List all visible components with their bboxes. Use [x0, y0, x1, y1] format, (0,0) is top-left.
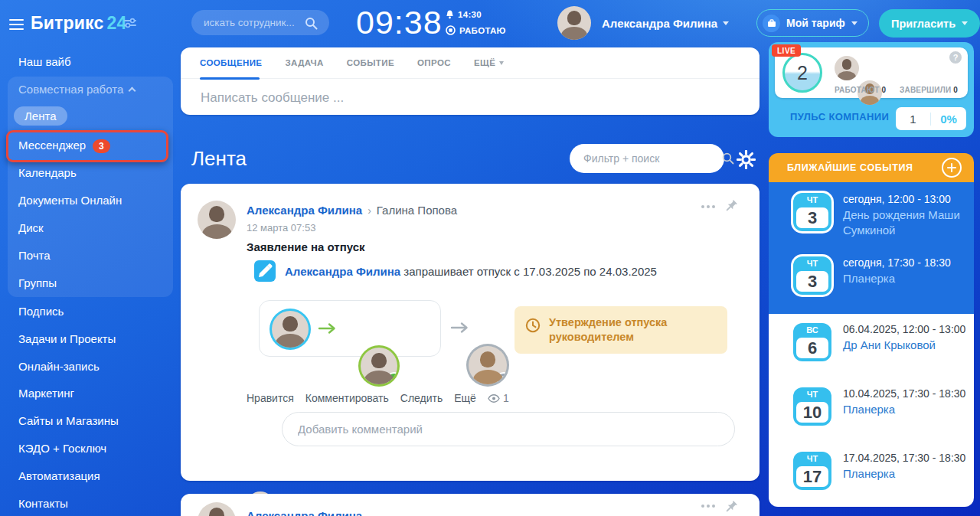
working-user-avatar[interactable] [835, 56, 859, 80]
app-logo[interactable]: Битрикс24 [31, 13, 127, 34]
approval-status-chip: Утверждение отпуска руководителем [514, 306, 727, 354]
user-menu[interactable]: Александра Филина [602, 17, 729, 30]
event-item[interactable]: ЧТ3 сегодня, 12:00 - 13:00 День рождения… [793, 193, 972, 238]
invite-button[interactable]: Пригласить [879, 9, 980, 38]
post-date: 12 марта 07:53 [247, 222, 315, 234]
sidebar-item-drive[interactable]: Диск [18, 221, 44, 234]
approved-avatar[interactable] [361, 348, 397, 384]
user-name: Александра Филина [602, 17, 717, 30]
sidebar-item-tasks[interactable]: Задачи и Проекты [18, 332, 116, 345]
check-badge-icon [387, 372, 397, 384]
sidebar-item-mail[interactable]: Почта [18, 249, 51, 262]
tab-task[interactable]: ЗАДАЧА [285, 58, 323, 67]
search-icon[interactable] [722, 152, 734, 165]
worktime-widget: 2 РАБОТАЮТ0 ЗАВЕРШИЛИ0 ? LIVE ПУЛЬС КОМП… [769, 42, 974, 137]
event-item[interactable]: ЧТ10 10.04.2025, 17:30 - 18:30 Планерка [793, 387, 965, 426]
sidebar-item-contacts[interactable]: Контакты [18, 497, 68, 510]
sidebar-item-booking[interactable]: Онлайн-запись [18, 360, 100, 373]
post-author-avatar[interactable] [198, 502, 236, 516]
event-item[interactable]: ЧТ17 17.04.2025, 17:30 - 18:30 Планерка [793, 452, 965, 490]
more-menu-icon[interactable] [701, 505, 715, 508]
post-author-avatar[interactable] [198, 201, 236, 239]
sidebar-item-kedo[interactable]: КЭДО + Госключ [18, 442, 106, 455]
event-title-link[interactable]: Планерка [843, 271, 951, 286]
logo-brand: Битрикс [31, 13, 104, 33]
upcoming-events-header: БЛИЖАЙШИЕ СОБЫТИЯ [769, 153, 974, 182]
work-status-label: РАБОТАЮ [459, 26, 506, 35]
calendar-date-icon: ЧТ17 [793, 452, 831, 490]
sidebar-item-vibe[interactable]: Наш вайб [18, 55, 71, 68]
add-event-button[interactable] [942, 158, 962, 178]
clock-icon [525, 318, 541, 333]
pin-icon[interactable] [725, 500, 738, 513]
sidebar-item-feed[interactable]: Лента [14, 106, 67, 126]
post-author-link[interactable]: Александра Филина [247, 509, 362, 516]
views-count: 1 [503, 392, 509, 404]
event-title-link[interactable]: Др Ани Крыковой [843, 338, 965, 353]
worktime-counter-circle[interactable]: 2 [782, 53, 822, 93]
event-item[interactable]: ЧТ3 сегодня, 17:30 - 18:30 Планерка [793, 256, 951, 295]
event-time: 17.04.2025, 17:30 - 18:30 [843, 452, 965, 464]
comment-box[interactable] [282, 412, 735, 446]
feed-filter-input[interactable] [583, 152, 722, 165]
alarm-time: 14:30 [458, 10, 482, 19]
company-pulse-button[interactable]: ПУЛЬС КОМПАНИИ [790, 111, 889, 122]
sidebar-item-messenger[interactable]: Мессенджер3 [18, 139, 110, 152]
sliders-icon[interactable] [124, 18, 136, 28]
composer-card: СООБЩЕНИЕ ЗАДАЧА СОБЫТИЕ ОПРОС ЕЩЁ [181, 47, 760, 115]
hamburger-menu-icon[interactable] [9, 16, 24, 33]
arrow-right-icon [450, 322, 469, 334]
compose-message-input[interactable] [201, 90, 737, 106]
composer-tabs: СООБЩЕНИЕ ЗАДАЧА СОБЫТИЕ ОПРОС ЕЩЁ [181, 47, 760, 79]
feed-filter[interactable] [570, 144, 724, 173]
request-author-link[interactable]: Александра Филина [285, 265, 400, 278]
like-button[interactable]: Нравится [247, 392, 294, 404]
work-status-toggle[interactable]: РАБОТАЮ [446, 25, 506, 35]
event-title-link[interactable]: Планерка [843, 402, 965, 417]
search-icon[interactable] [305, 17, 318, 30]
tab-message[interactable]: СООБЩЕНИЕ [200, 58, 262, 67]
sidebar-item-groups[interactable]: Группы [18, 276, 57, 289]
comment-button[interactable]: Комментировать [305, 392, 389, 404]
follow-button[interactable]: Следить [400, 392, 443, 404]
sidebar-item-calendar[interactable]: Календарь [18, 166, 77, 179]
more-menu-icon[interactable] [701, 205, 715, 208]
event-time: сегодня, 17:30 - 18:30 [843, 256, 951, 269]
tab-poll[interactable]: ОПРОС [417, 58, 451, 67]
pending-approver-avatar[interactable] [469, 346, 507, 384]
finished-stat: ЗАВЕРШИЛИ0 [900, 86, 958, 94]
tab-event[interactable]: СОБЫТИЕ [347, 58, 394, 67]
sidebar-section-collaboration[interactable]: Совместная работа [18, 83, 135, 96]
request-text: запрашивает отпуск с 17.03.2025 по 24.03… [403, 265, 657, 278]
requester-avatar[interactable] [272, 311, 309, 348]
chevron-down-icon [851, 21, 858, 25]
pulse-stats[interactable]: 1 0% [896, 107, 966, 130]
events-upcoming-section: ВС6 06.04.2025, 12:00 - 13:00 Др Ани Кры… [769, 314, 974, 507]
tab-more[interactable]: ЕЩЁ [474, 58, 504, 67]
event-item[interactable]: ВС6 06.04.2025, 12:00 - 13:00 Др Ани Кры… [793, 323, 965, 361]
clock-badge-icon [496, 372, 507, 384]
work-time-clock[interactable]: 09:38 [356, 4, 443, 41]
pin-icon[interactable] [725, 199, 738, 212]
post-title: Заявление на отпуск [247, 240, 365, 253]
arrow-right-icon [318, 322, 336, 335]
sidebar-item-sites[interactable]: Сайты и Магазины [18, 414, 119, 427]
sidebar-item-marketing[interactable]: Маркетинг [18, 387, 74, 400]
help-icon[interactable]: ? [949, 51, 962, 64]
event-title-link[interactable]: Планерка [843, 466, 965, 482]
sidebar-item-sign[interactable]: Подпись [18, 305, 64, 318]
event-title-link[interactable]: День рождения Маши Сумкиной [843, 207, 972, 238]
calendar-date-icon: ЧТ3 [793, 256, 831, 295]
post-recipient-link[interactable]: Галина Попова [377, 204, 457, 217]
sidebar-item-automation[interactable]: Автоматизация [18, 469, 100, 482]
comment-input[interactable] [298, 423, 719, 436]
sidebar-item-documents[interactable]: Документы Онлайн [18, 194, 122, 207]
more-button[interactable]: Ещё [454, 392, 476, 404]
tariff-button[interactable]: Мой тариф [756, 9, 869, 37]
eye-icon [488, 394, 500, 403]
gear-icon[interactable] [737, 150, 756, 169]
post-author-link[interactable]: Александра Филина [247, 204, 362, 217]
user-avatar[interactable] [557, 6, 591, 40]
worktime-card: 2 РАБОТАЮТ0 ЗАВЕРШИЛИ0 ? [775, 47, 968, 98]
alarm-row[interactable]: 14:30 [446, 10, 482, 19]
